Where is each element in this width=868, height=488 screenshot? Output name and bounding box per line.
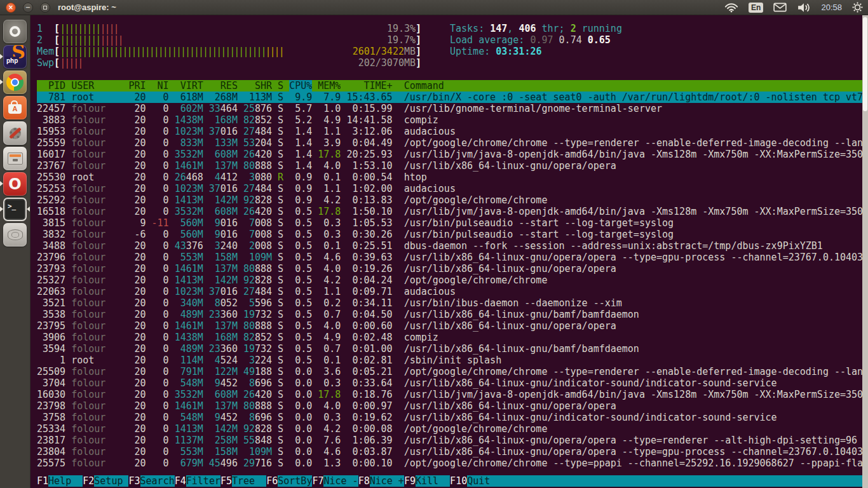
fkey-f5[interactable]: F5 — [220, 475, 232, 487]
cell-res: 137M — [209, 263, 238, 274]
launcher-item-terminal[interactable]: >_ — [3, 198, 27, 221]
process-row[interactable]: 25509folour200791M122M49188S0.03.60:05.2… — [37, 366, 868, 377]
cell-pri: 20 — [128, 343, 146, 355]
cell-s: S — [278, 377, 283, 389]
fkey-label-help[interactable]: Help — [48, 475, 83, 487]
process-row[interactable]: 25334folour2001413M142M92828S0.04.20:00.… — [37, 423, 868, 435]
column-header-pid[interactable]: PID — [37, 80, 65, 92]
fkey-label-quit[interactable]: Quit — [467, 475, 868, 487]
process-row[interactable]: 3758folour200548M94528696S0.00.30:19.62/… — [37, 412, 868, 423]
column-header-cmd[interactable]: Command — [404, 80, 868, 92]
column-header-shr[interactable]: SHR — [243, 80, 272, 92]
launcher-item-phpstorm[interactable]: S php — [3, 45, 27, 69]
process-row[interactable]: 22063folour2001023M3701627484S0.51.10:09… — [37, 286, 868, 297]
fkey-f4[interactable]: F4 — [175, 475, 186, 487]
scrollbar[interactable] — [862, 15, 868, 488]
process-row[interactable]: 16518folour2003532M608M26420S0.517.81:50… — [37, 206, 868, 217]
process-row[interactable]: 3883folour2001438M168M82852S5.24.914:41.… — [37, 114, 868, 126]
fkey-f6[interactable]: F6 — [266, 475, 278, 487]
process-row[interactable]: 25575folour200679M4549629716S0.01.30:00.… — [37, 458, 868, 469]
launcher-item-opera[interactable]: O — [3, 172, 27, 196]
fkey-label-tree[interactable]: Tree — [232, 475, 266, 487]
cell-s: S — [278, 206, 283, 217]
process-row[interactable]: 1root200114M45243224S0.50.10:02.81/sbin/… — [37, 355, 868, 366]
fkey-f8[interactable]: F8 — [358, 475, 370, 487]
process-table-header[interactable]: PIDUSERPRINIVIRTRESSHRSCPU%MEM%TIME+Comm… — [37, 80, 868, 92]
cell-pid: 3521 — [37, 297, 65, 309]
wifi-icon[interactable] — [724, 2, 738, 13]
launcher-item-software-center[interactable]: A — [3, 96, 27, 119]
cell-pid: 3594 — [37, 343, 65, 355]
fkey-f2[interactable]: F2 — [83, 475, 94, 487]
process-row[interactable]: 23798folour2001461M137M80888S0.04.00:00.… — [37, 400, 868, 412]
column-header-user[interactable]: USER — [71, 80, 123, 92]
process-row[interactable]: 16017folour2003532M608M26420S1.417.820:2… — [37, 149, 868, 160]
cell-user: folour — [71, 183, 123, 194]
process-row[interactable]: 3704folour200548M94528696S0.00.30:33.64/… — [37, 377, 868, 389]
process-row[interactable]: 3815folour9-11560M90167008S0.50.31:05.53… — [37, 217, 868, 229]
process-row[interactable]: 23795folour2001461M137M80888S0.54.00:00.… — [37, 320, 868, 332]
fkey-label-setup[interactable]: Setup — [94, 475, 128, 487]
process-row[interactable]: 23796folour200553M158M109MS0.54.60:39.63… — [37, 252, 868, 263]
scrollbar-thumb[interactable] — [863, 17, 867, 111]
process-row[interactable]: 25530root2002646844123080R0.90.10:00.54h… — [37, 172, 868, 183]
cell-cpu: 9.9 — [289, 92, 312, 103]
minimize-button[interactable]: − — [23, 3, 33, 13]
process-row[interactable]: 16030folour2003532M608M26420S0.017.80:18… — [37, 389, 868, 400]
close-button[interactable]: × — [6, 3, 16, 13]
process-row[interactable]: 23767folour2001461M137M80888S1.44.01:53.… — [37, 160, 868, 172]
process-row[interactable]: 23804folour200553M158M109MS0.04.60:03.87… — [37, 446, 868, 458]
process-row[interactable]: 25292folour2001413M142M92828S0.94.20:13.… — [37, 194, 868, 206]
maximize-button[interactable] — [40, 3, 50, 13]
fkey-label-kill[interactable]: Kill — [416, 475, 450, 487]
process-row[interactable]: 23793folour2001461M137M80888S0.54.00:19.… — [37, 263, 868, 274]
cell-pid: 23795 — [37, 320, 65, 332]
launcher-item-system-settings[interactable] — [3, 121, 27, 145]
column-header-mem[interactable]: MEM% — [318, 80, 341, 92]
process-row[interactable]: 781root200618M268M113MS9.97.915:43.65/us… — [37, 92, 868, 103]
column-header-cpu[interactable]: CPU% — [289, 80, 312, 92]
column-header-virt[interactable]: VIRT — [175, 80, 203, 92]
fkey-f3[interactable]: F3 — [128, 475, 140, 487]
process-row[interactable]: 15953folour2001023M3701627484S1.41.13:12… — [37, 126, 868, 137]
column-header-ni[interactable]: NI — [152, 80, 169, 92]
launcher-item-file-archiver[interactable] — [3, 147, 27, 170]
column-header-pri[interactable]: PRI — [128, 80, 146, 92]
process-row[interactable]: 23817folour2001137M258M55848S0.07.61:06.… — [37, 435, 868, 446]
cell-user: folour — [71, 389, 123, 400]
cell-user: folour — [71, 160, 123, 172]
process-row[interactable]: 22457folour200602M3346425876S5.71.00:15.… — [37, 103, 868, 114]
cell-mem: 4.6 — [318, 252, 341, 263]
process-row[interactable]: 3832folour-60560M90167008S0.50.30:30.26/… — [37, 229, 868, 240]
process-row[interactable]: 25253folour2001023M3701627484S0.91.11:02… — [37, 183, 868, 194]
column-header-s[interactable]: S — [278, 80, 283, 92]
process-row[interactable]: 25559folour200833M133M53204S1.43.90:04.4… — [37, 137, 868, 149]
fkey-label-nice--[interactable]: Nice - — [323, 475, 358, 487]
process-row[interactable]: 3521folour200340M80525596S0.50.20:34.11/… — [37, 297, 868, 309]
process-row[interactable]: 3906folour2001438M168M82852S0.54.90:02.4… — [37, 332, 868, 343]
volume-icon[interactable] — [797, 3, 811, 13]
fkey-f7[interactable]: F7 — [312, 475, 323, 487]
mail-icon[interactable] — [773, 3, 787, 12]
fkey-label-filter[interactable]: Filter — [186, 475, 220, 487]
fkey-f10[interactable]: F10 — [450, 475, 467, 487]
launcher-item-disk-utility[interactable] — [3, 223, 27, 247]
process-row[interactable]: 3594folour200489M2336019732S0.50.70:01.0… — [37, 343, 868, 355]
process-row[interactable]: 25327folour2001413M142M92828S0.54.20:04.… — [37, 274, 868, 286]
process-row[interactable]: 3538folour200489M2336019732S0.50.70:04.5… — [37, 309, 868, 320]
cell-pid: 22457 — [37, 103, 65, 114]
fkey-label-nice-+[interactable]: Nice + — [370, 475, 404, 487]
fkey-label-search[interactable]: Search — [140, 475, 175, 487]
keyboard-layout-indicator[interactable]: En — [749, 3, 763, 13]
fkey-f9[interactable]: F9 — [404, 475, 416, 487]
fkey-f1[interactable]: F1 — [37, 475, 48, 487]
launcher-item-dash[interactable] — [3, 20, 27, 43]
fkey-label-sortby[interactable]: SortBy — [278, 475, 312, 487]
clock[interactable]: 20:58 — [821, 3, 842, 12]
htop-summary: Tasks: 147, 406 thr; 2 runningLoad avera… — [450, 23, 622, 57]
column-header-res[interactable]: RES — [209, 80, 238, 92]
launcher-item-chrome[interactable] — [3, 71, 27, 94]
session-gear-icon[interactable] — [852, 2, 863, 13]
process-row[interactable]: 3488folour2004337632402008S0.50.10:25.51… — [37, 240, 868, 252]
column-header-time[interactable]: TIME+ — [346, 80, 392, 92]
